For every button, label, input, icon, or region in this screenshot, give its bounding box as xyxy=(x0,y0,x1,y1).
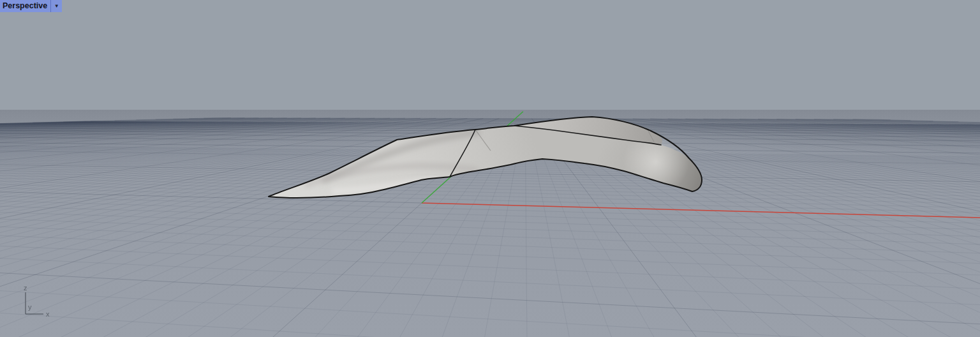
viewport-title[interactable]: Perspective xyxy=(0,0,50,12)
perspective-viewport: Perspective ▼ z y x xyxy=(0,0,980,337)
viewport-dropdown-icon[interactable]: ▼ xyxy=(51,0,62,12)
surface-object[interactable] xyxy=(0,0,980,337)
viewport-title-bar[interactable]: Perspective ▼ xyxy=(0,0,62,12)
